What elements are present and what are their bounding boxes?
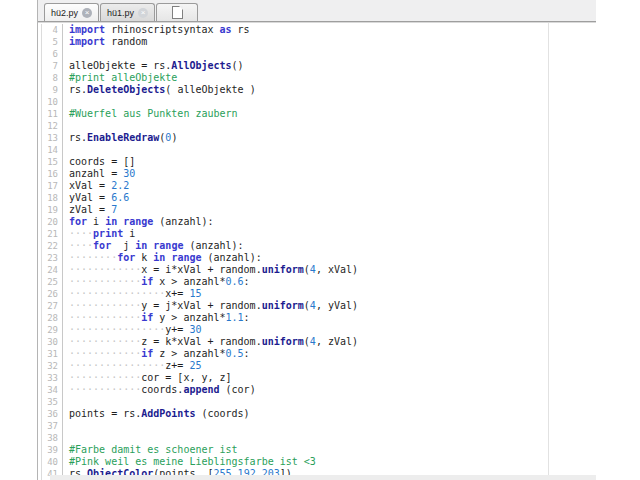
line-number: 35 <box>41 396 63 408</box>
line-number: 12 <box>41 120 63 132</box>
line-number: 20 <box>41 216 63 228</box>
code-line[interactable]: 23········for k in range (anzahl): <box>38 252 596 264</box>
code-text <box>63 120 596 132</box>
code-line[interactable]: 32················z+= 25 <box>38 360 596 372</box>
code-text: ················z+= 25 <box>63 360 596 372</box>
code-line[interactable]: 7alleObjekte = rs.AllObjects() <box>38 60 596 72</box>
code-line[interactable]: 40#Pink weil es meine Lieblingsfarbe ist… <box>38 456 596 468</box>
line-number: 32 <box>41 360 63 372</box>
tab-hu2-py[interactable]: hü2.py × <box>44 3 99 21</box>
close-tab-icon[interactable]: × <box>82 8 92 18</box>
code-line[interactable]: 5import random <box>38 36 596 48</box>
line-number: 10 <box>41 96 63 108</box>
code-line[interactable]: 8#print alleObjekte <box>38 72 596 84</box>
horizontal-scrollbar[interactable] <box>50 475 596 480</box>
code-line[interactable]: 35 <box>38 396 596 408</box>
code-line[interactable]: 4import rhinoscriptsyntax as rs <box>38 24 596 36</box>
code-text: ····print i <box>63 228 596 240</box>
code-text: ············y = j*xVal + random.uniform(… <box>63 300 596 312</box>
line-number: 18 <box>41 192 63 204</box>
code-text: points = rs.AddPoints (coords) <box>63 408 596 420</box>
line-number: 36 <box>41 408 63 420</box>
code-line[interactable]: 18yVal = 6.6 <box>38 192 596 204</box>
code-text <box>63 420 596 432</box>
code-line[interactable]: 38 <box>38 432 596 444</box>
code-line[interactable]: 10 <box>38 96 596 108</box>
code-text: import rhinoscriptsyntax as rs <box>63 24 596 36</box>
code-text: ················x+= 15 <box>63 288 596 300</box>
code-line[interactable]: 22····for j in range (anzahl): <box>38 240 596 252</box>
code-line[interactable]: 19zVal = 7 <box>38 204 596 216</box>
line-number: 22 <box>41 240 63 252</box>
code-text: ············coords.append (cor) <box>63 384 596 396</box>
code-line[interactable]: 17xVal = 2.2 <box>38 180 596 192</box>
code-text: coords = [] <box>63 156 596 168</box>
code-line[interactable]: 16anzahl = 30 <box>38 168 596 180</box>
new-tab-button[interactable] <box>156 3 198 21</box>
code-line[interactable]: 30············z = k*xVal + random.unifor… <box>38 336 596 348</box>
line-number: 34 <box>41 384 63 396</box>
line-number: 19 <box>41 204 63 216</box>
line-number: 29 <box>41 324 63 336</box>
code-line[interactable]: 29················y+= 30 <box>38 324 596 336</box>
code-text: rs.DeleteObjects( alleObjekte ) <box>63 84 596 96</box>
line-number: 9 <box>41 84 63 96</box>
line-number: 24 <box>41 264 63 276</box>
code-text: anzahl = 30 <box>63 168 596 180</box>
tab-label: hü1.py <box>107 8 134 18</box>
line-number: 6 <box>41 48 63 60</box>
code-editor[interactable]: 4import rhinoscriptsyntax as rs5import r… <box>38 22 596 480</box>
code-line[interactable]: 28············if y > anzahl*1.1: <box>38 312 596 324</box>
line-number: 30 <box>41 336 63 348</box>
code-line[interactable]: 37 <box>38 420 596 432</box>
code-line[interactable]: 33············cor = [x, y, z] <box>38 372 596 384</box>
code-text: for i in range (anzahl): <box>63 216 596 228</box>
code-line[interactable]: 6 <box>38 48 596 60</box>
line-number: 21 <box>41 228 63 240</box>
code-text: ············cor = [x, y, z] <box>63 372 596 384</box>
code-text: ················y+= 30 <box>63 324 596 336</box>
code-text: yVal = 6.6 <box>63 192 596 204</box>
code-line[interactable]: 34············coords.append (cor) <box>38 384 596 396</box>
code-text: ············z = k*xVal + random.uniform(… <box>63 336 596 348</box>
code-line[interactable]: 27············y = j*xVal + random.unifor… <box>38 300 596 312</box>
line-number: 25 <box>41 276 63 288</box>
new-file-icon <box>172 6 183 19</box>
line-number: 39 <box>41 444 63 456</box>
tab-hu1-py[interactable]: hü1.py × <box>100 3 155 21</box>
code-line[interactable]: 24············x = i*xVal + random.unifor… <box>38 264 596 276</box>
code-text: xVal = 2.2 <box>63 180 596 192</box>
line-number: 16 <box>41 168 63 180</box>
code-line[interactable]: 21····print i <box>38 228 596 240</box>
code-line[interactable]: 25············if x > anzahl*0.6: <box>38 276 596 288</box>
page: hü2.py × hü1.py × 4import rhinoscriptsyn… <box>0 0 640 480</box>
code-text: #print alleObjekte <box>63 72 596 84</box>
code-lines: 4import rhinoscriptsyntax as rs5import r… <box>38 23 596 480</box>
code-line[interactable]: 31············if z > anzahl*0.5: <box>38 348 596 360</box>
line-number: 13 <box>41 132 63 144</box>
code-line[interactable]: 12 <box>38 120 596 132</box>
code-text: #Pink weil es meine Lieblingsfarbe ist <… <box>63 456 596 468</box>
code-text: import random <box>63 36 596 48</box>
code-line[interactable]: 13rs.EnableRedraw(0) <box>38 132 596 144</box>
code-line[interactable]: 39#Farbe damit es schoener ist <box>38 444 596 456</box>
close-tab-icon[interactable]: × <box>138 8 148 18</box>
line-number: 17 <box>41 180 63 192</box>
code-line[interactable]: 36points = rs.AddPoints (coords) <box>38 408 596 420</box>
code-line[interactable]: 26················x+= 15 <box>38 288 596 300</box>
code-line[interactable]: 9rs.DeleteObjects( alleObjekte ) <box>38 84 596 96</box>
code-line[interactable]: 14 <box>38 144 596 156</box>
code-text: alleObjekte = rs.AllObjects() <box>63 60 596 72</box>
line-number: 11 <box>41 108 63 120</box>
line-number: 31 <box>41 348 63 360</box>
code-line[interactable]: 11#Wuerfel aus Punkten zaubern <box>38 108 596 120</box>
line-number: 7 <box>41 60 63 72</box>
script-editor-window: hü2.py × hü1.py × 4import rhinoscriptsyn… <box>37 0 596 480</box>
code-text: ············x = i*xVal + random.uniform(… <box>63 264 596 276</box>
tab-bar: hü2.py × hü1.py × <box>38 0 596 22</box>
code-text: ········for k in range (anzahl): <box>63 252 596 264</box>
code-text <box>63 96 596 108</box>
line-number: 40 <box>41 456 63 468</box>
code-line[interactable]: 20for i in range (anzahl): <box>38 216 596 228</box>
code-line[interactable]: 15coords = [] <box>38 156 596 168</box>
